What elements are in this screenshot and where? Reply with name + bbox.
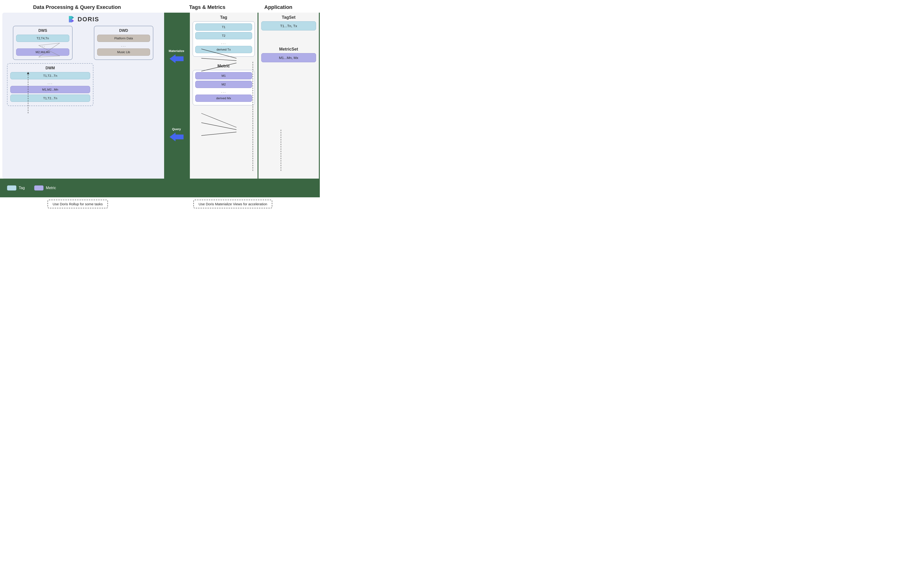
dws-dwd-row: DWS T2,T4,Tn ... M2,M4,Mn DWD Platform D… xyxy=(5,26,162,60)
svg-marker-10 xyxy=(170,54,184,63)
dwm-node-tag2: T1,T2...Tn xyxy=(10,94,90,102)
tag-t1: T1 xyxy=(195,23,252,31)
footnote-right: Use Doris Materialize Views for accelera… xyxy=(193,200,272,208)
legend-tag: Tag xyxy=(7,185,25,191)
legend-tag-label: Tag xyxy=(19,186,25,190)
left-panel: DORIS DWS T2,T4,Tn ... M2,M4,Mn DWD Plat… xyxy=(2,12,164,179)
tag-section-title: Tag xyxy=(193,15,255,20)
svg-marker-2 xyxy=(72,16,74,19)
tags-metrics-header: Tags & Metrics xyxy=(178,4,237,10)
materialize-arrow xyxy=(170,54,184,64)
query-label: Query xyxy=(172,127,181,131)
materialize-group: Materialize xyxy=(169,49,184,64)
dwd-node-platform: Platform Data xyxy=(97,35,150,42)
footnote-left: Use Doris Rollup for some tasks xyxy=(48,200,108,208)
tagset-section: TagSet T1...Tn, Tx xyxy=(261,15,316,31)
metricset-section: MetricSet M1...Mn, Mx xyxy=(261,47,316,62)
dwm-section: DWM T1,T2...Tn ... M1,M2...Mn T1,T2...Tn xyxy=(5,63,162,106)
doris-logo-text: DORIS xyxy=(77,16,99,23)
dws-title: DWS xyxy=(16,29,69,33)
legend-metric-label: Metric xyxy=(46,186,56,190)
tag-section: Tag T1 T2 ... derived Tx xyxy=(193,15,255,57)
left-section-header: Data Processing & Query Execution xyxy=(0,4,154,10)
tagset-node: T1...Tn, Tx xyxy=(261,21,316,31)
tag-derived-tx: derived Tx xyxy=(195,46,252,53)
query-group: Query xyxy=(170,127,184,142)
legend-metric-box xyxy=(34,185,43,191)
tagset-title: TagSet xyxy=(261,15,316,20)
bottom-bar: Tag Metric xyxy=(0,179,320,198)
metric-m2: M2 xyxy=(195,81,252,88)
metricset-node: M1...Mn, Mx xyxy=(261,53,316,62)
main-container: Data Processing & Query Execution Tags &… xyxy=(0,0,320,210)
svg-marker-3 xyxy=(72,19,74,23)
dwd-dots: ... xyxy=(97,43,150,48)
dws-node-tag: T2,T4,Tn xyxy=(16,35,69,42)
tag-box: T1 T2 ... derived Tx xyxy=(193,21,255,57)
metric-derived-mx: derived Mx xyxy=(195,94,252,102)
middle-panel: Materialize Query xyxy=(164,12,189,179)
materialize-label: Materialize xyxy=(169,49,184,52)
tag-t2: T2 xyxy=(195,32,252,39)
dwm-node-tag1: T1,T2...Tn xyxy=(10,72,90,79)
metricset-title: MetricSet xyxy=(261,47,316,52)
legend-metric: Metric xyxy=(34,185,56,191)
dws-dots: ... xyxy=(16,43,69,48)
dws-node-metric: M2,M4,Mn xyxy=(16,48,69,56)
tags-metrics-panel: Tag T1 T2 ... derived Tx Metric M1 M2 ..… xyxy=(189,12,258,179)
dwd-box: DWD Platform Data ... Music Lib xyxy=(94,26,154,60)
dws-box: DWS T2,T4,Tn ... M2,M4,Mn xyxy=(13,26,73,60)
dwd-title: DWD xyxy=(97,29,150,33)
metric-section: Metric M1 M2 ... derived Mx xyxy=(193,64,255,105)
legend-tag-box xyxy=(7,185,16,191)
metric-dots: ... xyxy=(195,90,252,94)
dwm-node-metric: M1,M2...Mn xyxy=(10,86,90,93)
metric-box: M1 M2 ... derived Mx xyxy=(193,70,255,105)
tag-dots: ... xyxy=(195,41,252,45)
dwm-box: DWM T1,T2...Tn ... M1,M2...Mn T1,T2...Tn xyxy=(7,63,93,106)
svg-marker-11 xyxy=(170,133,184,141)
footnote-area: Use Doris Rollup for some tasks Use Dori… xyxy=(0,198,320,210)
metric-section-title: Metric xyxy=(193,64,255,69)
app-panel: TagSet T1...Tn, Tx MetricSet M1...Mn, Mx xyxy=(258,12,320,179)
dwm-dots: ... xyxy=(10,81,90,85)
application-header: Application xyxy=(237,4,320,10)
metric-m1: M1 xyxy=(195,72,252,79)
content-area: DORIS DWS T2,T4,Tn ... M2,M4,Mn DWD Plat… xyxy=(0,12,320,179)
dwm-title: DWM xyxy=(10,66,90,70)
dwd-node-music: Music Lib xyxy=(97,48,150,56)
section-headers: Data Processing & Query Execution Tags &… xyxy=(0,0,320,12)
query-arrow xyxy=(170,132,184,142)
doris-logo: DORIS xyxy=(5,15,162,23)
doris-logo-icon xyxy=(67,15,76,23)
